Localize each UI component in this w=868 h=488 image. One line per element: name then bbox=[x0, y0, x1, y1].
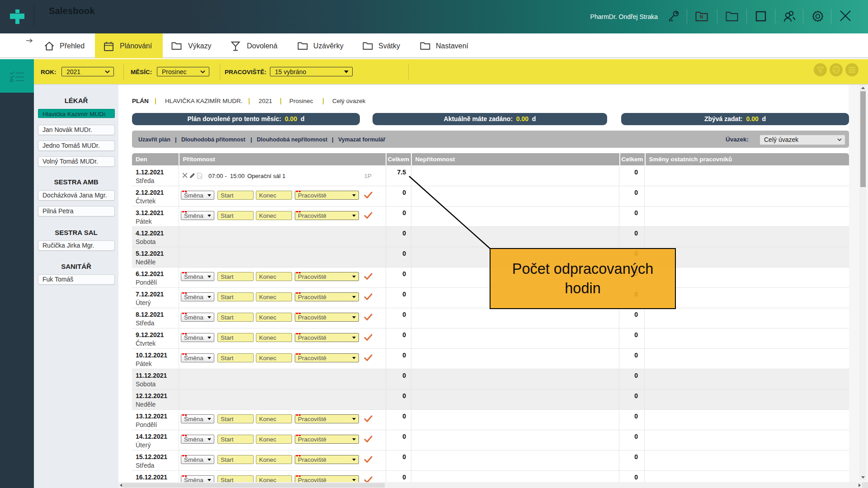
svg-text:N: N bbox=[700, 14, 703, 19]
